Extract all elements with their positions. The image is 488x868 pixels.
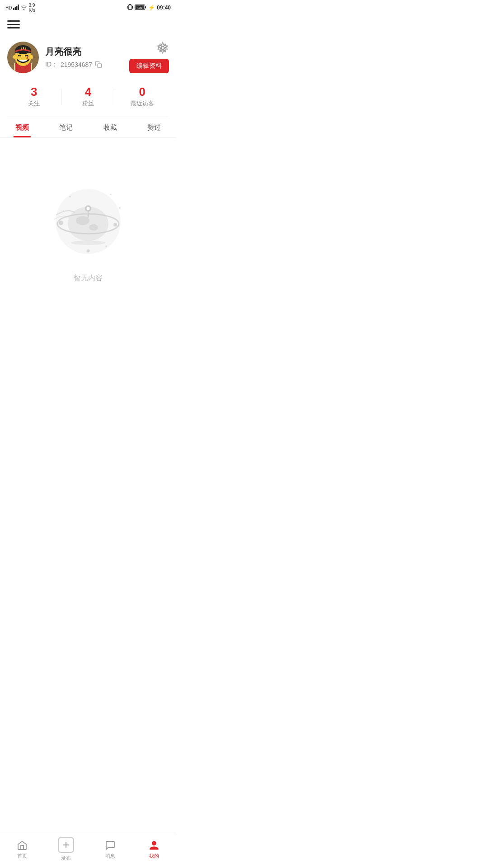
svg-text:100: 100 [137,6,142,9]
status-network: HD [5,5,12,10]
svg-point-20 [13,55,17,59]
svg-point-39 [110,193,112,195]
visitors-label: 最近访客 [131,99,154,108]
copy-icon[interactable] [95,61,102,68]
menu-line-1 [7,20,20,22]
id-label: ID： [45,61,58,69]
status-signal [13,5,19,11]
status-speed: 3.9K/s [28,3,35,13]
charge-icon: ⚡ [148,5,155,11]
avatar[interactable] [7,42,39,73]
menu-line-2 [7,24,20,25]
svg-point-40 [119,207,121,209]
svg-point-31 [76,216,89,225]
stat-visitors[interactable]: 0 最近访客 [115,86,169,108]
svg-point-42 [105,245,107,247]
svg-rect-25 [98,64,102,68]
profile-info: 月亮很亮 ID： 219534687 [45,46,102,69]
status-wifi [21,5,27,11]
status-time: 09:40 [157,5,171,11]
following-label: 关注 [28,99,40,108]
fans-count: 4 [85,86,91,98]
tab-collect[interactable]: 收藏 [88,117,132,137]
menu-button[interactable] [7,20,20,28]
settings-icon[interactable] [156,42,169,54]
svg-rect-1 [15,7,16,10]
stat-fans[interactable]: 4 粉丝 [61,86,115,108]
status-right: 100 ⚡ 09:40 [127,4,171,12]
tab-video[interactable]: 视频 [0,117,44,137]
status-left: HD 3.9K/s [5,3,35,13]
svg-rect-24 [25,47,26,50]
empty-text: 暂无内容 [74,274,103,283]
svg-point-27 [161,46,164,49]
svg-point-34 [113,223,117,226]
profile-section: 月亮很亮 ID： 219534687 编辑资料 [0,34,176,117]
svg-point-41 [63,209,64,211]
profile-left: 月亮很亮 ID： 219534687 [7,42,102,73]
tabs-bar: 视频 笔记 收藏 赞过 [0,117,176,138]
profile-top: 月亮很亮 ID： 219534687 编辑资料 [7,42,169,73]
empty-state: 暂无内容 [0,138,176,301]
user-id-row: ID： 219534687 [45,61,102,69]
svg-point-32 [89,224,98,231]
tab-liked[interactable]: 赞过 [132,117,177,137]
edit-profile-button[interactable]: 编辑资料 [129,59,169,73]
profile-right: 编辑资料 [129,42,169,73]
svg-rect-23 [23,47,24,49]
id-value: 219534687 [61,61,92,68]
svg-rect-0 [13,8,14,10]
tab-notes[interactable]: 笔记 [44,117,89,137]
svg-rect-3 [18,5,19,10]
fans-label: 粉丝 [82,99,94,108]
svg-point-33 [59,221,63,225]
svg-rect-9 [145,6,146,8]
main-content: 暂无内容 [0,138,176,337]
svg-rect-7 [132,6,133,9]
following-count: 3 [31,86,37,98]
svg-point-37 [87,207,90,210]
battery-indicator: 100 [135,4,146,12]
svg-rect-5 [129,4,131,5]
svg-rect-22 [21,47,22,50]
svg-point-21 [29,55,33,59]
status-bar: HD 3.9K/s [0,0,176,14]
stats-row: 3 关注 4 粉丝 0 最近访客 [7,79,169,117]
header [0,14,176,34]
svg-point-43 [71,241,105,245]
svg-rect-2 [16,6,18,10]
empty-illustration [43,174,133,264]
username: 月亮很亮 [45,46,102,58]
svg-rect-6 [127,6,128,9]
svg-rect-4 [128,5,132,9]
status-vibrate [127,4,133,12]
menu-line-3 [7,27,20,28]
svg-point-38 [69,196,71,198]
svg-point-35 [87,249,90,252]
visitors-count: 0 [139,86,145,98]
stat-following[interactable]: 3 关注 [7,86,61,108]
